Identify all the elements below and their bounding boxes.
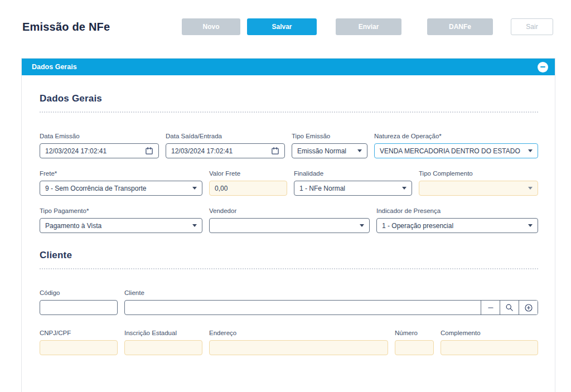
form-row-1: Data Emissão Data Saída/Entrada <box>40 133 538 158</box>
search-icon <box>505 303 514 312</box>
danfe-button[interactable]: DANFe <box>427 18 493 35</box>
field-label: Valor Frete <box>209 170 287 177</box>
data-saida-input[interactable] <box>166 143 285 158</box>
data-emissao-input[interactable] <box>40 143 159 158</box>
field-tipo-complemento: Tipo Complemento <box>419 170 538 196</box>
chevron-down-icon <box>528 187 533 190</box>
data-saida-value[interactable] <box>171 144 271 158</box>
field-label: Indicador de Presença <box>376 207 538 214</box>
field-data-emissao: Data Emissão <box>40 133 159 158</box>
minus-icon <box>487 304 495 312</box>
field-tipo-emissao: Tipo Emissão Emissão Normal <box>292 133 367 158</box>
chevron-down-icon <box>528 224 533 227</box>
field-codigo: Código <box>40 289 118 315</box>
section-divider <box>40 112 538 113</box>
chevron-down-icon <box>357 149 362 152</box>
calendar-icon[interactable] <box>145 147 153 155</box>
sair-button[interactable]: Sair <box>511 18 553 35</box>
field-cnpj-cpf: CNPJ/CPF <box>40 330 118 355</box>
data-emissao-value[interactable] <box>45 144 145 158</box>
field-label: Data Emissão <box>40 133 159 139</box>
field-valor-frete: Valor Frete <box>209 170 287 196</box>
panel-content: Dados Gerais Data Emissão Data Saída/Ent… <box>22 75 555 372</box>
cnpj-cpf-value[interactable] <box>45 341 112 355</box>
field-frete: Frete* 9 - Sem Ocorrência de Transporte <box>40 170 202 196</box>
plus-circle-icon <box>524 303 533 312</box>
endereco-input[interactable] <box>209 340 388 355</box>
field-label: Natureza de Operação* <box>374 133 538 139</box>
page-header: Emissão de NFe Novo Salvar Enviar DANFe … <box>0 0 571 35</box>
panel-header-dados-gerais[interactable]: Dados Gerais <box>22 59 555 75</box>
field-label: Número <box>395 330 434 336</box>
section-heading-cliente: Cliente <box>40 250 538 261</box>
field-label: Vendedor <box>209 207 370 214</box>
chevron-down-icon <box>528 149 533 152</box>
complemento-input[interactable] <box>441 340 538 355</box>
panel-title: Dados Gerais <box>32 63 538 71</box>
indicador-presenca-select[interactable]: 1 - Operação presencial <box>376 218 538 233</box>
inscricao-estadual-input[interactable] <box>124 340 202 355</box>
section-divider <box>40 268 538 269</box>
field-numero: Número <box>395 330 434 355</box>
field-cliente: Cliente <box>124 289 538 315</box>
chevron-down-icon <box>360 224 364 227</box>
valor-frete-value[interactable] <box>215 181 282 195</box>
calendar-icon[interactable] <box>271 147 279 155</box>
form-row-3: Tipo Pagamento* Pagamento à Vista Vended… <box>40 207 538 233</box>
field-finalidade: Finalidade 1 - NFe Normal <box>294 170 412 196</box>
valor-frete-input[interactable] <box>209 181 287 196</box>
form-row-2: Frete* 9 - Sem Ocorrência de Transporte … <box>40 170 538 196</box>
frete-select[interactable]: 9 - Sem Ocorrência de Transporte <box>40 181 202 196</box>
field-endereco: Endereço <box>209 330 388 355</box>
codigo-input[interactable] <box>40 300 118 315</box>
tipo-emissao-select[interactable]: Emissão Normal <box>292 143 367 158</box>
numero-input[interactable] <box>395 340 434 355</box>
field-label: Tipo Emissão <box>292 133 367 139</box>
chevron-down-icon <box>192 187 197 190</box>
field-label: Finalidade <box>294 170 412 177</box>
page-title: Emissão de NFe <box>22 21 182 33</box>
codigo-value[interactable] <box>45 301 112 314</box>
inscricao-estadual-value[interactable] <box>130 341 197 355</box>
cnpj-cpf-input[interactable] <box>40 340 118 355</box>
numero-value[interactable] <box>400 341 428 355</box>
cliente-input-group <box>124 300 538 315</box>
field-label: CNPJ/CPF <box>40 330 118 336</box>
field-inscricao-estadual: Inscrição Estadual <box>124 330 202 355</box>
cliente-input[interactable] <box>125 301 481 314</box>
collapse-panel-button[interactable] <box>538 62 548 72</box>
finalidade-select[interactable]: 1 - NFe Normal <box>294 181 412 196</box>
field-label: Cliente <box>124 289 538 296</box>
field-label: Complemento <box>441 330 538 336</box>
section-heading-dados-gerais: Dados Gerais <box>40 93 538 104</box>
field-label: Tipo Pagamento* <box>40 207 202 214</box>
field-label: Tipo Complemento <box>419 170 538 177</box>
field-complemento: Complemento <box>441 330 538 355</box>
natureza-operacao-select[interactable]: VENDA MERCADORIA DENTRO DO ESTADO <box>374 143 538 158</box>
minus-icon <box>540 66 545 67</box>
tipo-pagamento-select[interactable]: Pagamento à Vista <box>40 218 202 233</box>
chevron-down-icon <box>402 187 407 190</box>
complemento-value[interactable] <box>446 341 533 355</box>
add-cliente-button[interactable] <box>519 301 538 314</box>
field-label: Endereço <box>209 330 388 336</box>
vendedor-select[interactable] <box>209 218 370 233</box>
salvar-button[interactable]: Salvar <box>247 18 317 35</box>
field-tipo-pagamento: Tipo Pagamento* Pagamento à Vista <box>40 207 202 233</box>
chevron-down-icon <box>192 224 197 227</box>
search-cliente-button[interactable] <box>500 301 519 314</box>
field-label: Frete* <box>40 170 202 177</box>
field-label: Código <box>40 289 118 296</box>
remove-cliente-button[interactable] <box>481 301 500 314</box>
form-row-5: CNPJ/CPF Inscrição Estadual Endereço Núm… <box>40 330 538 355</box>
form-row-4: Código Cliente <box>40 289 538 315</box>
field-label: Data Saída/Entrada <box>166 133 285 139</box>
endereco-value[interactable] <box>215 341 383 355</box>
enviar-button[interactable]: Enviar <box>336 18 401 35</box>
dados-gerais-panel: Dados Gerais Dados Gerais Data Emissão <box>21 58 555 392</box>
tipo-complemento-select[interactable] <box>419 181 538 196</box>
field-data-saida: Data Saída/Entrada <box>166 133 285 158</box>
field-natureza-operacao: Natureza de Operação* VENDA MERCADORIA D… <box>374 133 538 158</box>
field-label: Inscrição Estadual <box>124 330 202 336</box>
novo-button[interactable]: Novo <box>182 18 240 35</box>
